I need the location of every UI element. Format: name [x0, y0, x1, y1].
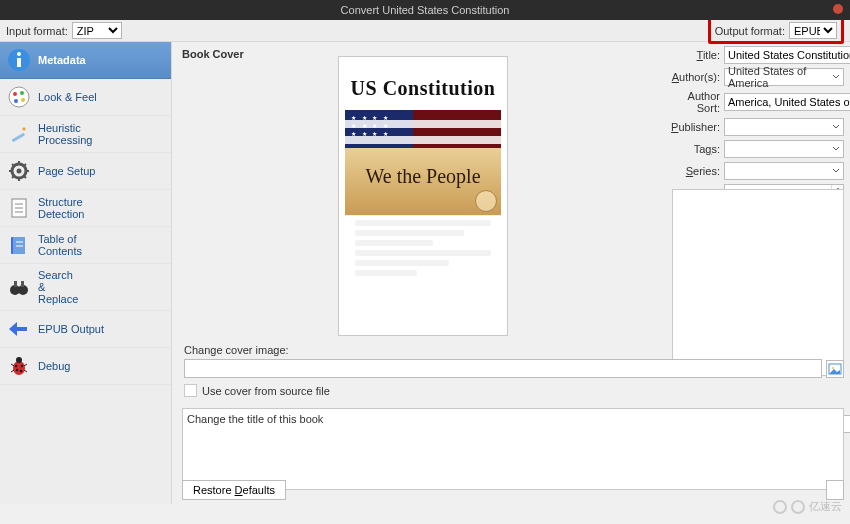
authors-combo[interactable]: United States of America [724, 68, 844, 86]
format-row: Input format: ZIP OOutput format:utput f… [0, 20, 850, 42]
svg-point-32 [13, 361, 25, 375]
change-title-box[interactable]: Change the title of this book [182, 408, 844, 490]
chevron-down-icon [832, 145, 840, 153]
svg-point-5 [13, 92, 17, 96]
sidebar-item-look-feel[interactable]: Look & Feel [0, 79, 171, 116]
author-sort-input[interactable] [724, 93, 850, 111]
svg-line-18 [12, 176, 14, 178]
svg-rect-9 [11, 133, 25, 143]
restore-defaults-button[interactable]: Restore Defaults [182, 480, 286, 500]
gear-icon [6, 158, 32, 184]
svg-point-6 [20, 91, 24, 95]
browse-cover-button[interactable] [826, 360, 844, 378]
window-titlebar: Convert United States Constitution [0, 0, 850, 20]
title-label: Title: [664, 49, 724, 61]
svg-point-43 [832, 367, 834, 369]
author-sort-label: Author Sort: [664, 90, 724, 114]
output-format-label: OOutput format:utput format: [715, 25, 785, 37]
svg-line-19 [24, 164, 26, 166]
svg-line-38 [11, 364, 14, 366]
arrow-left-icon [6, 316, 32, 342]
tags-combo[interactable] [724, 140, 844, 158]
binoculars-icon [6, 274, 32, 300]
bug-icon [6, 353, 32, 379]
change-cover-label: Change cover image: [184, 344, 844, 356]
sidebar-item-label: Structure Detection [38, 196, 84, 220]
info-icon [6, 47, 32, 73]
output-format-select[interactable]: EPUB [789, 22, 837, 39]
svg-point-37 [16, 357, 22, 363]
svg-line-40 [11, 370, 14, 372]
input-format-label: Input format: [6, 25, 68, 37]
sidebar-item-toc[interactable]: Table of Contents [0, 227, 171, 264]
change-cover-input[interactable] [184, 359, 822, 378]
section-book-cover-label: Book Cover [182, 48, 244, 60]
document-icon [6, 195, 32, 221]
series-label: Series: [664, 165, 724, 177]
title-input[interactable] [724, 46, 850, 64]
publisher-label: Publisher: [664, 121, 724, 133]
magic-icon [6, 121, 32, 147]
svg-rect-2 [17, 58, 21, 67]
svg-rect-31 [21, 281, 24, 287]
close-icon[interactable] [832, 3, 844, 15]
sidebar-item-label: Table of Contents [38, 233, 82, 257]
sidebar-item-debug[interactable]: Debug [0, 348, 171, 385]
input-format-select[interactable]: ZIP [72, 22, 122, 39]
cover-art: ★ ★ ★ ★★ ★ ★ ★★ ★ ★ ★ We the People [345, 110, 501, 216]
change-title-hint: Change the title of this book [187, 413, 323, 425]
cover-preview: US Constitution ★ ★ ★ ★★ ★ ★ ★★ ★ ★ ★ We… [338, 56, 508, 336]
sidebar-item-label: Heuristic Processing [38, 122, 92, 146]
window-title: Convert United States Constitution [341, 4, 510, 16]
svg-point-34 [21, 365, 23, 367]
authors-label: Author(s): [664, 71, 724, 83]
svg-point-4 [9, 87, 29, 107]
sidebar-item-epub-output[interactable]: EPUB Output [0, 311, 171, 348]
right-small-button[interactable] [826, 480, 844, 500]
tags-label: Tags: [664, 143, 724, 155]
sidebar-item-heuristic[interactable]: Heuristic Processing [0, 116, 171, 153]
svg-point-3 [17, 52, 21, 56]
svg-line-16 [12, 164, 14, 166]
series-combo[interactable] [724, 162, 844, 180]
content-area: Book Cover US Constitution ★ ★ ★ ★★ ★ ★ … [172, 42, 850, 504]
sidebar-item-label: EPUB Output [38, 323, 104, 335]
sidebar-item-search-replace[interactable]: Search & Replace [0, 264, 171, 311]
sidebar-item-label: Page Setup [38, 165, 96, 177]
svg-point-35 [16, 369, 18, 371]
sidebar-item-metadata[interactable]: Metadata [0, 42, 171, 79]
use-source-cover-label: Use cover from source file [202, 385, 330, 397]
book-icon [6, 232, 32, 258]
svg-point-33 [15, 365, 17, 367]
svg-point-8 [14, 99, 18, 103]
sidebar-item-label: Search & Replace [38, 269, 78, 305]
sidebar-item-structure[interactable]: Structure Detection [0, 190, 171, 227]
publisher-combo[interactable] [724, 118, 844, 136]
metadata-form: Title: Author(s): United States of Ameri… [664, 46, 844, 202]
palette-icon [6, 84, 32, 110]
svg-rect-30 [14, 281, 17, 287]
svg-point-7 [21, 98, 25, 102]
svg-point-0 [833, 4, 843, 14]
sidebar-item-page-setup[interactable]: Page Setup [0, 153, 171, 190]
svg-point-11 [17, 169, 22, 174]
svg-line-41 [24, 370, 27, 372]
sidebar-item-label: Metadata [38, 54, 86, 66]
chevron-down-icon [832, 167, 840, 175]
cover-heading: US Constitution [351, 77, 496, 100]
cover-script: We the People [365, 165, 480, 188]
svg-line-39 [24, 364, 27, 366]
sidebar-item-label: Debug [38, 360, 70, 372]
chevron-down-icon [832, 123, 840, 131]
svg-point-36 [20, 370, 22, 372]
svg-line-17 [24, 176, 26, 178]
output-format-highlight: OOutput format:utput format: EPUB [708, 17, 844, 44]
use-source-cover-checkbox[interactable] [184, 384, 197, 397]
sidebar-item-label: Look & Feel [38, 91, 97, 103]
picture-icon [828, 362, 842, 376]
sidebar: Metadata Look & Feel Heuristic Processin… [0, 42, 172, 504]
